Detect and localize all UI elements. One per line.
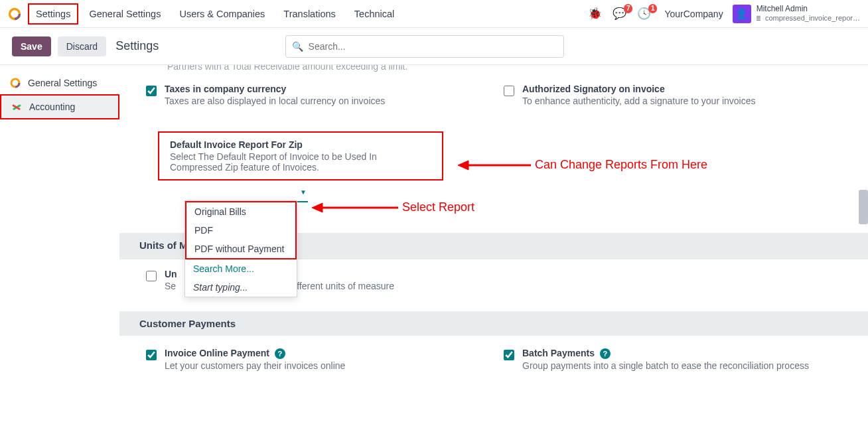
dropdown-option-original-bills[interactable]: Original Bills bbox=[186, 202, 295, 221]
odoo-logo-icon[interactable] bbox=[8, 7, 21, 21]
user-menu[interactable]: 👤 Mitchell Admin ≣ compressed_invoice_re… bbox=[733, 4, 860, 23]
batch-payments-checkbox[interactable] bbox=[504, 350, 514, 360]
setting-title: Default Invoice Report For Zip bbox=[170, 139, 431, 150]
discard-button[interactable]: Discard bbox=[58, 36, 106, 56]
top-navbar: Settings General Settings Users & Compan… bbox=[0, 0, 868, 28]
chevron-down-icon[interactable]: ▼ bbox=[300, 188, 307, 196]
section-customer-payments: Customer Payments bbox=[119, 311, 868, 336]
setting-title: Invoice Online Payment ? bbox=[165, 348, 484, 359]
settings-sidebar: General Settings Accounting bbox=[0, 65, 119, 432]
setting-description: Let your customers pay their invoices on… bbox=[165, 360, 484, 371]
svg-marker-7 bbox=[458, 161, 469, 170]
arrow-icon bbox=[312, 201, 398, 214]
setting-title: Taxes in company currency bbox=[165, 84, 484, 94]
nav-technical[interactable]: Technical bbox=[346, 3, 402, 25]
setting-authorized-signatory: Authorized Signatory on invoice To enhan… bbox=[504, 84, 841, 106]
online-payment-checkbox[interactable] bbox=[146, 350, 157, 360]
search-icon: 🔍 bbox=[292, 41, 303, 52]
sidebar-item-label: Accounting bbox=[29, 102, 75, 112]
setting-taxes-currency: Taxes in company currency Taxes are also… bbox=[146, 84, 484, 106]
dropdown-option-pdf-without-payment[interactable]: PDF without Payment bbox=[186, 240, 295, 258]
setting-description: Group payments into a single batch to ea… bbox=[522, 360, 841, 371]
scrollbar-thumb[interactable] bbox=[859, 190, 868, 224]
help-icon[interactable]: ? bbox=[275, 348, 285, 359]
help-icon[interactable]: ? bbox=[600, 348, 611, 359]
breadcrumb: Settings bbox=[115, 39, 159, 53]
general-settings-icon bbox=[9, 77, 21, 89]
arrow-icon bbox=[458, 159, 531, 172]
setting-invoice-online-payment: Invoice Online Payment ? Let your custom… bbox=[146, 348, 484, 371]
report-select[interactable]: ▼ Original Bills PDF PDF without Payment… bbox=[184, 186, 308, 202]
nav-translations[interactable]: Translations bbox=[275, 3, 343, 25]
settings-content: Partners with a Total Receivable amount … bbox=[119, 65, 868, 432]
nav-users-companies[interactable]: Users & Companies bbox=[171, 3, 273, 25]
setting-description: To enhance authenticity, add a signature… bbox=[522, 96, 841, 106]
setting-description: Select The Default Report of Invoice to … bbox=[170, 151, 431, 173]
messages-icon[interactable]: 💬7 bbox=[609, 7, 630, 21]
user-name: Mitchell Admin bbox=[757, 4, 860, 13]
messages-badge: 7 bbox=[624, 4, 633, 13]
svg-marker-9 bbox=[312, 203, 323, 212]
dropdown-search-more[interactable]: Search More... bbox=[185, 259, 297, 278]
sidebar-item-label: General Settings bbox=[28, 78, 97, 88]
annotation-change-reports: Can Change Reports From Here bbox=[458, 158, 707, 172]
setting-description: Taxes are also displayed in local curren… bbox=[165, 96, 484, 106]
truncated-prev-setting: Partners with a Total Receivable amount … bbox=[119, 65, 868, 72]
database-name: ≣ compressed_invoice_repor… bbox=[757, 13, 860, 23]
report-dropdown-menu: Original Bills PDF PDF without Payment S… bbox=[184, 200, 297, 297]
control-panel: Save Discard Settings 🔍 bbox=[0, 28, 868, 65]
activities-badge: 1 bbox=[648, 4, 658, 13]
nav-app-settings[interactable]: Settings bbox=[28, 3, 78, 25]
sidebar-item-accounting[interactable]: Accounting bbox=[0, 94, 119, 119]
taxes-currency-checkbox[interactable] bbox=[146, 86, 157, 96]
signatory-checkbox[interactable] bbox=[504, 86, 514, 96]
setting-default-zip-report: Default Invoice Report For Zip Select Th… bbox=[158, 131, 443, 180]
save-button[interactable]: Save bbox=[12, 36, 51, 56]
uom-checkbox[interactable] bbox=[146, 271, 157, 281]
nav-general-settings[interactable]: General Settings bbox=[81, 3, 169, 25]
activities-icon[interactable]: 🕓1 bbox=[633, 7, 655, 21]
debug-icon[interactable]: 🐞 bbox=[584, 7, 606, 21]
company-switcher[interactable]: YourCompany bbox=[664, 9, 723, 19]
dropdown-start-typing[interactable]: Start typing... bbox=[185, 278, 297, 297]
avatar: 👤 bbox=[733, 5, 751, 23]
setting-title: Batch Payments ? bbox=[522, 348, 841, 359]
setting-batch-payments: Batch Payments ? Group payments into a s… bbox=[504, 348, 841, 371]
setting-title: Authorized Signatory on invoice bbox=[522, 84, 841, 94]
dropdown-option-pdf[interactable]: PDF bbox=[186, 221, 295, 240]
search-input[interactable] bbox=[285, 35, 564, 58]
annotation-select-report: Select Report bbox=[312, 200, 474, 214]
accounting-icon bbox=[11, 101, 23, 113]
sidebar-item-general[interactable]: General Settings bbox=[0, 72, 119, 94]
